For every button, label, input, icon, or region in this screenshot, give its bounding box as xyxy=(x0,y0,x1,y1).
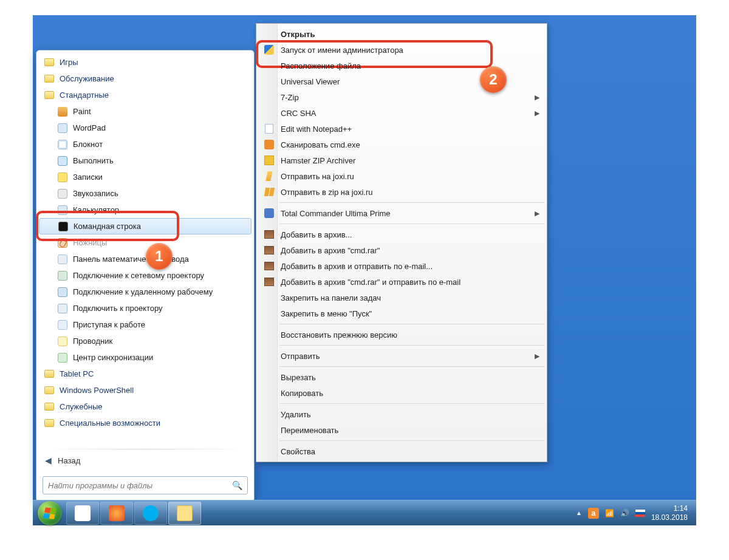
context-item[interactable]: Edit with Notepad++ xyxy=(258,121,546,137)
blank-icon xyxy=(264,108,275,118)
context-item-label: Отправить на joxi.ru xyxy=(281,172,531,181)
windows-logo-icon xyxy=(43,507,56,519)
context-item-label: Отправить в zip на joxi.ru xyxy=(281,188,531,197)
context-item[interactable]: Отправить на joxi.ru xyxy=(258,168,546,184)
folder-icon xyxy=(44,57,55,68)
context-item[interactable]: Hamster ZIP Archiver xyxy=(258,152,546,168)
context-run-as-admin[interactable]: Запуск от имени администратора xyxy=(258,42,546,58)
context-item[interactable]: CRC SHA▶ xyxy=(258,105,546,121)
start-item[interactable]: Игры xyxy=(39,54,252,70)
start-item[interactable]: Приступая к работе xyxy=(39,316,252,333)
blank-icon xyxy=(264,425,275,435)
context-item[interactable]: Копировать xyxy=(258,385,546,401)
context-item[interactable]: Отправить в zip на joxi.ru xyxy=(258,184,546,200)
start-item[interactable]: Специальные возможности xyxy=(39,415,252,431)
gi-notes-icon xyxy=(57,172,68,183)
start-item[interactable]: Выполнить xyxy=(39,152,252,169)
taskbar-panda-button[interactable] xyxy=(66,502,99,525)
start-item[interactable]: Подключить к проектору xyxy=(39,300,252,316)
context-item[interactable]: Сканировать cmd.exe xyxy=(258,137,546,152)
volume-icon[interactable]: 🔊 xyxy=(620,509,629,517)
context-item[interactable]: Отправить▶ xyxy=(258,348,546,364)
start-item[interactable]: Tablet PC xyxy=(39,366,252,382)
context-item-label: Копировать xyxy=(281,389,531,398)
start-item[interactable]: Звукозапись xyxy=(39,185,252,202)
context-item[interactable]: Total Commander Ultima Prime▶ xyxy=(258,205,546,221)
context-item[interactable]: Закрепить в меню "Пуск" xyxy=(258,306,546,321)
search-box[interactable]: 🔍 xyxy=(43,476,248,494)
start-button[interactable] xyxy=(38,501,62,525)
skype-icon xyxy=(143,505,159,521)
gi-math-icon xyxy=(57,254,68,265)
context-item[interactable]: Добавить в архив "cmd.rar" и отправить п… xyxy=(258,274,546,290)
context-item[interactable]: Вырезать xyxy=(258,369,546,385)
start-item-cmd[interactable]: Командная строка xyxy=(39,218,252,234)
start-item[interactable]: Paint xyxy=(39,103,252,120)
start-item[interactable]: Стандартные xyxy=(39,87,252,103)
start-item[interactable]: Подключение к сетевому проектору xyxy=(39,267,252,284)
start-item-label: Подключить к проектору xyxy=(73,304,163,313)
network-icon[interactable]: 📶 xyxy=(605,509,614,517)
explorer-icon xyxy=(177,505,193,521)
context-item[interactable]: Universal Viewer xyxy=(258,73,546,89)
start-item[interactable]: WordPad xyxy=(39,120,252,136)
clock[interactable]: 1:14 18.03.2018 xyxy=(651,504,688,522)
blank-icon xyxy=(264,29,275,39)
start-item[interactable]: Калькулятор xyxy=(39,202,252,218)
avast-tray-icon[interactable]: a xyxy=(588,508,599,519)
start-item-label: WordPad xyxy=(73,123,106,132)
ci-rar-icon xyxy=(264,261,275,271)
start-item[interactable]: Windows PowerShell xyxy=(39,382,252,398)
start-item[interactable]: Блокнот xyxy=(39,136,252,152)
context-item[interactable]: Переименовать xyxy=(258,422,546,438)
gi-cmd-icon xyxy=(58,221,69,232)
start-item[interactable]: Проводник xyxy=(39,333,252,349)
gi-calc-icon xyxy=(57,205,68,216)
context-item[interactable]: Закрепить на панели задач xyxy=(258,290,546,306)
ci-rar-icon xyxy=(264,229,275,240)
language-icon[interactable] xyxy=(635,510,645,517)
context-item[interactable]: Восстановить прежнюю версию xyxy=(258,327,546,343)
start-item[interactable]: Обслуживание xyxy=(39,70,252,87)
context-item[interactable]: 7-Zip▶ xyxy=(258,89,546,105)
start-item[interactable]: Ножницы xyxy=(39,234,252,251)
context-item-label: Universal Viewer xyxy=(281,77,531,86)
back-arrow-icon: ◀ xyxy=(45,456,52,465)
context-item[interactable]: Добавить в архив "cmd.rar" xyxy=(258,242,546,258)
context-item[interactable]: Открыть xyxy=(258,26,546,42)
start-item[interactable]: Подключение к удаленному рабочему xyxy=(39,284,252,300)
search-input[interactable] xyxy=(48,481,232,490)
start-item[interactable]: Записки xyxy=(39,169,252,185)
context-item[interactable]: Добавить в архив... xyxy=(258,227,546,242)
context-item-label: CRC SHA xyxy=(281,109,531,118)
back-button[interactable]: ◀ Назад xyxy=(36,452,254,471)
taskbar-skype-button[interactable] xyxy=(134,502,167,525)
start-item-label: Подключение к сетевому проектору xyxy=(73,271,204,280)
context-item[interactable]: Расположение файла xyxy=(258,58,546,73)
submenu-arrow-icon: ▶ xyxy=(535,109,539,117)
start-item-label: Выполнить xyxy=(73,156,114,165)
folder-icon xyxy=(44,73,55,84)
start-item[interactable]: Панель математического ввода xyxy=(39,251,252,267)
gi-paint-icon xyxy=(57,106,68,117)
start-item[interactable]: Служебные xyxy=(39,398,252,415)
context-item-label: Вырезать xyxy=(281,373,531,382)
context-item-label: Добавить в архив "cmd.rar" и отправить п… xyxy=(281,278,531,287)
taskbar-firefox-button[interactable] xyxy=(100,502,133,525)
back-label: Назад xyxy=(58,456,80,465)
tray-overflow-icon[interactable]: ▲ xyxy=(576,510,582,516)
submenu-arrow-icon: ▶ xyxy=(535,352,539,360)
context-item[interactable]: Удалить xyxy=(258,406,546,422)
folder-icon xyxy=(44,418,55,429)
separator xyxy=(41,449,249,449)
context-item[interactable]: Свойства xyxy=(258,443,546,459)
blank-icon xyxy=(264,76,275,87)
start-item[interactable]: Центр синхронизации xyxy=(39,349,252,366)
context-item-label: Закрепить в меню "Пуск" xyxy=(281,309,531,318)
context-item[interactable]: Добавить в архив и отправить по e-mail..… xyxy=(258,258,546,274)
taskbar-explorer-button[interactable] xyxy=(168,502,201,525)
ci-rar-icon xyxy=(264,276,275,287)
blank-icon xyxy=(264,388,275,398)
program-list: ИгрыОбслуживаниеСтандартныеPaintWordPadБ… xyxy=(36,50,254,446)
context-item-label: Добавить в архив "cmd.rar" xyxy=(281,246,531,255)
